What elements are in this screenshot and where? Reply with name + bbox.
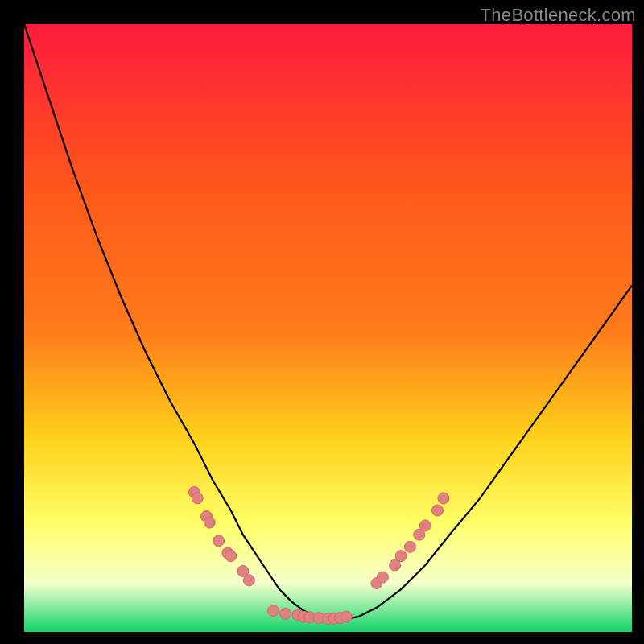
data-point	[192, 493, 203, 504]
data-point	[404, 541, 415, 552]
chart-canvas	[24, 24, 632, 632]
data-point	[243, 575, 254, 586]
data-point	[204, 517, 215, 528]
chart-container: TheBottleneck.com	[0, 0, 644, 644]
data-point	[431, 505, 443, 516]
data-point	[225, 551, 237, 562]
plot-frame	[24, 24, 632, 632]
data-point	[438, 493, 449, 504]
watermark-label: TheBottleneck.com	[481, 5, 636, 26]
data-point	[395, 551, 407, 562]
plot-background	[24, 24, 632, 632]
data-point	[419, 520, 431, 531]
data-point	[341, 611, 352, 622]
data-point	[280, 608, 291, 619]
data-point	[213, 535, 225, 547]
data-point	[377, 572, 388, 583]
data-point	[268, 605, 279, 617]
